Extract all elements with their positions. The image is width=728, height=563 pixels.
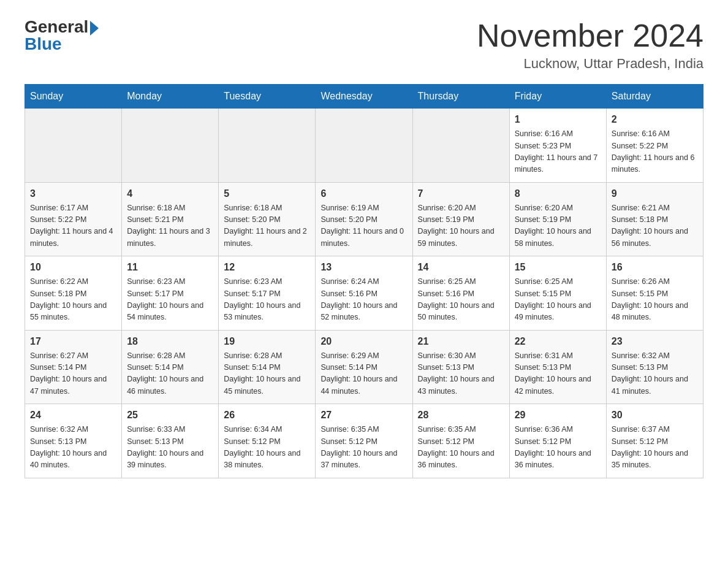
day-info: Sunrise: 6:34 AMSunset: 5:12 PMDaylight:… xyxy=(224,424,310,472)
day-number: 21 xyxy=(418,334,504,349)
calendar-cell: 19Sunrise: 6:28 AMSunset: 5:14 PMDayligh… xyxy=(219,330,316,404)
day-number: 6 xyxy=(320,186,407,201)
day-info: Sunrise: 6:26 AMSunset: 5:15 PMDaylight:… xyxy=(612,276,698,324)
calendar-cell: 22Sunrise: 6:31 AMSunset: 5:13 PMDayligh… xyxy=(509,330,606,404)
day-number: 7 xyxy=(418,186,504,201)
calendar-cell: 27Sunrise: 6:35 AMSunset: 5:12 PMDayligh… xyxy=(316,404,412,478)
day-info: Sunrise: 6:21 AMSunset: 5:18 PMDaylight:… xyxy=(612,202,698,250)
day-info: Sunrise: 6:27 AMSunset: 5:14 PMDaylight:… xyxy=(30,350,116,398)
day-number: 20 xyxy=(320,334,407,349)
calendar-cell: 21Sunrise: 6:30 AMSunset: 5:13 PMDayligh… xyxy=(412,330,509,404)
day-info: Sunrise: 6:24 AMSunset: 5:16 PMDaylight:… xyxy=(320,276,407,324)
calendar-cell: 12Sunrise: 6:23 AMSunset: 5:17 PMDayligh… xyxy=(219,256,316,331)
day-info: Sunrise: 6:30 AMSunset: 5:13 PMDaylight:… xyxy=(418,350,504,398)
day-info: Sunrise: 6:20 AMSunset: 5:19 PMDaylight:… xyxy=(515,202,601,250)
day-number: 17 xyxy=(30,334,116,349)
weekday-header-sunday: Sunday xyxy=(25,85,122,109)
calendar-cell: 16Sunrise: 6:26 AMSunset: 5:15 PMDayligh… xyxy=(606,256,703,331)
day-info: Sunrise: 6:17 AMSunset: 5:22 PMDaylight:… xyxy=(30,202,116,250)
day-info: Sunrise: 6:28 AMSunset: 5:14 PMDaylight:… xyxy=(224,350,310,398)
calendar-cell: 9Sunrise: 6:21 AMSunset: 5:18 PMDaylight… xyxy=(606,182,703,256)
location: Lucknow, Uttar Pradesh, India xyxy=(477,56,703,72)
day-info: Sunrise: 6:16 AMSunset: 5:22 PMDaylight:… xyxy=(612,128,698,176)
calendar-cell: 15Sunrise: 6:25 AMSunset: 5:15 PMDayligh… xyxy=(509,256,606,331)
calendar-header: SundayMondayTuesdayWednesdayThursdayFrid… xyxy=(25,85,703,109)
week-row-1: 1Sunrise: 6:16 AMSunset: 5:23 PMDaylight… xyxy=(25,109,703,183)
day-number: 18 xyxy=(127,334,213,349)
weekday-header-monday: Monday xyxy=(122,85,219,109)
calendar-cell: 11Sunrise: 6:23 AMSunset: 5:17 PMDayligh… xyxy=(122,256,219,331)
calendar-cell: 14Sunrise: 6:25 AMSunset: 5:16 PMDayligh… xyxy=(412,256,509,331)
day-info: Sunrise: 6:23 AMSunset: 5:17 PMDaylight:… xyxy=(127,276,213,324)
weekday-header-friday: Friday xyxy=(509,85,606,109)
day-number: 28 xyxy=(418,408,504,423)
weekday-header-wednesday: Wednesday xyxy=(316,85,412,109)
week-row-4: 17Sunrise: 6:27 AMSunset: 5:14 PMDayligh… xyxy=(25,330,703,404)
calendar-cell: 29Sunrise: 6:36 AMSunset: 5:12 PMDayligh… xyxy=(509,404,606,478)
day-info: Sunrise: 6:23 AMSunset: 5:17 PMDaylight:… xyxy=(224,276,310,324)
calendar-cell xyxy=(412,109,509,183)
calendar-cell: 23Sunrise: 6:32 AMSunset: 5:13 PMDayligh… xyxy=(606,330,703,404)
weekday-header-row: SundayMondayTuesdayWednesdayThursdayFrid… xyxy=(25,85,703,109)
day-number: 9 xyxy=(612,186,698,201)
day-number: 11 xyxy=(127,260,213,275)
calendar-cell: 10Sunrise: 6:22 AMSunset: 5:18 PMDayligh… xyxy=(25,256,122,331)
calendar-cell: 3Sunrise: 6:17 AMSunset: 5:22 PMDaylight… xyxy=(25,182,122,256)
day-info: Sunrise: 6:18 AMSunset: 5:21 PMDaylight:… xyxy=(127,202,213,250)
day-number: 5 xyxy=(224,186,310,201)
calendar-cell: 13Sunrise: 6:24 AMSunset: 5:16 PMDayligh… xyxy=(316,256,412,331)
weekday-header-saturday: Saturday xyxy=(606,85,703,109)
day-info: Sunrise: 6:19 AMSunset: 5:20 PMDaylight:… xyxy=(320,202,407,250)
day-info: Sunrise: 6:28 AMSunset: 5:14 PMDaylight:… xyxy=(127,350,213,398)
logo: General Blue xyxy=(25,18,99,53)
day-info: Sunrise: 6:31 AMSunset: 5:13 PMDaylight:… xyxy=(515,350,601,398)
day-info: Sunrise: 6:25 AMSunset: 5:16 PMDaylight:… xyxy=(418,276,504,324)
calendar-cell: 26Sunrise: 6:34 AMSunset: 5:12 PMDayligh… xyxy=(219,404,316,478)
day-info: Sunrise: 6:29 AMSunset: 5:14 PMDaylight:… xyxy=(320,350,407,398)
calendar-cell xyxy=(122,109,219,183)
calendar-cell: 18Sunrise: 6:28 AMSunset: 5:14 PMDayligh… xyxy=(122,330,219,404)
day-number: 8 xyxy=(515,186,601,201)
day-number: 27 xyxy=(320,408,407,423)
day-info: Sunrise: 6:37 AMSunset: 5:12 PMDaylight:… xyxy=(612,424,698,472)
week-row-5: 24Sunrise: 6:32 AMSunset: 5:13 PMDayligh… xyxy=(25,404,703,478)
day-number: 16 xyxy=(612,260,698,275)
calendar-cell: 6Sunrise: 6:19 AMSunset: 5:20 PMDaylight… xyxy=(316,182,412,256)
day-number: 23 xyxy=(612,334,698,349)
calendar-cell: 4Sunrise: 6:18 AMSunset: 5:21 PMDaylight… xyxy=(122,182,219,256)
page-header: General Blue November 2024 Lucknow, Utta… xyxy=(25,18,703,72)
calendar-cell: 7Sunrise: 6:20 AMSunset: 5:19 PMDaylight… xyxy=(412,182,509,256)
day-number: 4 xyxy=(127,186,213,201)
week-row-2: 3Sunrise: 6:17 AMSunset: 5:22 PMDaylight… xyxy=(25,182,703,256)
calendar-cell xyxy=(316,109,412,183)
day-number: 14 xyxy=(418,260,504,275)
day-number: 15 xyxy=(515,260,601,275)
calendar-cell: 8Sunrise: 6:20 AMSunset: 5:19 PMDaylight… xyxy=(509,182,606,256)
calendar-cell: 25Sunrise: 6:33 AMSunset: 5:13 PMDayligh… xyxy=(122,404,219,478)
day-number: 25 xyxy=(127,408,213,423)
day-number: 10 xyxy=(30,260,116,275)
day-info: Sunrise: 6:35 AMSunset: 5:12 PMDaylight:… xyxy=(418,424,504,472)
week-row-3: 10Sunrise: 6:22 AMSunset: 5:18 PMDayligh… xyxy=(25,256,703,331)
day-number: 13 xyxy=(320,260,407,275)
day-info: Sunrise: 6:18 AMSunset: 5:20 PMDaylight:… xyxy=(224,202,310,250)
calendar-cell: 2Sunrise: 6:16 AMSunset: 5:22 PMDaylight… xyxy=(606,109,703,183)
day-number: 2 xyxy=(612,112,698,127)
calendar-cell: 24Sunrise: 6:32 AMSunset: 5:13 PMDayligh… xyxy=(25,404,122,478)
day-info: Sunrise: 6:25 AMSunset: 5:15 PMDaylight:… xyxy=(515,276,601,324)
day-number: 3 xyxy=(30,186,116,201)
logo-blue-text: Blue xyxy=(25,36,62,53)
calendar-cell: 17Sunrise: 6:27 AMSunset: 5:14 PMDayligh… xyxy=(25,330,122,404)
day-number: 1 xyxy=(515,112,601,127)
calendar-cell xyxy=(25,109,122,183)
day-number: 19 xyxy=(224,334,310,349)
calendar-cell: 5Sunrise: 6:18 AMSunset: 5:20 PMDaylight… xyxy=(219,182,316,256)
logo-general-text: General xyxy=(25,18,99,36)
day-info: Sunrise: 6:35 AMSunset: 5:12 PMDaylight:… xyxy=(320,424,407,472)
calendar-cell xyxy=(219,109,316,183)
day-number: 22 xyxy=(515,334,601,349)
day-number: 12 xyxy=(224,260,310,275)
day-number: 29 xyxy=(515,408,601,423)
weekday-header-tuesday: Tuesday xyxy=(219,85,316,109)
calendar-table: SundayMondayTuesdayWednesdayThursdayFrid… xyxy=(25,84,703,478)
